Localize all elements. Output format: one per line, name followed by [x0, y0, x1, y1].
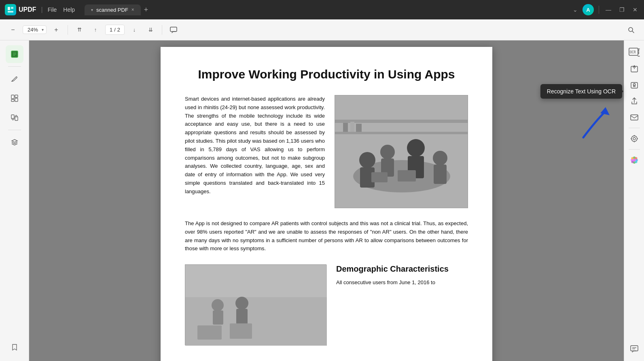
menu-file[interactable]: File: [48, 6, 57, 13]
svg-point-51: [633, 137, 636, 140]
titlebar-controls: ⌄ A — ❐ ✕: [573, 4, 639, 15]
svg-rect-16: [15, 117, 18, 120]
svg-rect-28: [398, 170, 416, 182]
svg-rect-27: [371, 172, 388, 182]
main-content: Improve Working Productivity in Using Ap…: [0, 40, 644, 361]
svg-rect-40: [197, 325, 222, 340]
pdf-section-title: Demographic Characteristics: [336, 264, 468, 274]
avatar[interactable]: A: [583, 4, 594, 15]
sidebar-item-bookmark[interactable]: [6, 338, 23, 356]
svg-point-36: [212, 299, 224, 311]
svg-point-50: [631, 136, 637, 141]
svg-rect-32: [350, 122, 354, 132]
ocr-button[interactable]: OCR: [627, 45, 642, 60]
svg-rect-0: [8, 7, 10, 10]
svg-point-56: [633, 159, 636, 161]
right-separator-1: [629, 128, 640, 128]
menu-help[interactable]: Help: [63, 6, 75, 13]
right-separator-2: [629, 149, 640, 150]
svg-rect-30: [335, 132, 468, 134]
viewer-area[interactable]: Improve Working Productivity in Using Ap…: [29, 40, 624, 361]
zoom-control[interactable]: 24% ▾: [23, 25, 47, 34]
svg-point-62: [635, 157, 637, 160]
meeting-image-graphic: [335, 95, 468, 208]
sidebar-separator-1: [8, 66, 21, 67]
tab-scanned-pdf[interactable]: ▾ scanned PDF ×: [85, 4, 141, 15]
toolbar-separator-1: [68, 25, 68, 35]
svg-point-19: [359, 152, 375, 168]
svg-rect-11: [11, 95, 14, 99]
zoom-dropdown-icon[interactable]: ▾: [42, 27, 44, 32]
svg-line-5: [632, 31, 634, 33]
export-button[interactable]: [627, 61, 642, 76]
svg-rect-29: [335, 120, 468, 123]
svg-rect-2: [8, 11, 13, 13]
pdf-bottom-text: All consecutive users from June 1, 2016 …: [336, 279, 468, 287]
sidebar-item-layers[interactable]: [6, 133, 23, 151]
sidebar-item-annotate[interactable]: [6, 70, 23, 88]
logo-icon: [5, 4, 16, 15]
tab-area: ▾ scanned PDF × +: [85, 4, 570, 15]
share-button[interactable]: [627, 94, 642, 108]
zoom-value: 24%: [25, 27, 40, 33]
protect-button[interactable]: [627, 78, 642, 92]
titlebar: UPDF | File Help ▾ scanned PDF × + ⌄ A —…: [0, 0, 644, 19]
nav-next-button[interactable]: ↓: [128, 23, 141, 36]
titlebar-divider: [599, 6, 599, 14]
sidebar-separator-2: [8, 130, 21, 130]
pdf-bottom-image: [185, 264, 326, 345]
stamp-button[interactable]: [627, 131, 642, 146]
zoom-in-button[interactable]: +: [50, 23, 63, 36]
pdf-meeting-image: [335, 95, 468, 208]
page-separator: /: [114, 27, 116, 33]
close-button[interactable]: ✕: [631, 6, 639, 13]
tab-close-icon[interactable]: ×: [131, 7, 134, 13]
svg-rect-14: [15, 98, 18, 101]
toolbar-right: [625, 23, 638, 36]
sidebar-item-convert[interactable]: [6, 109, 23, 127]
search-button[interactable]: [625, 23, 638, 36]
toolbar-separator-2: [162, 25, 162, 35]
pdf-page: Improve Working Productivity in Using Ap…: [161, 47, 492, 361]
page-total: 2: [117, 27, 120, 33]
page-control: 1 / 2: [105, 25, 125, 35]
nav-first-button[interactable]: ⇈: [73, 23, 86, 36]
zoom-out-button[interactable]: −: [6, 23, 19, 36]
tab-add-button[interactable]: +: [144, 6, 148, 14]
comment-button[interactable]: [167, 23, 180, 36]
ocr-tooltip: Recognize Text Using OCR: [540, 84, 622, 99]
svg-rect-1: [11, 7, 13, 9]
nav-prev-button[interactable]: ↑: [89, 23, 102, 36]
email-button[interactable]: [627, 110, 642, 125]
svg-point-61: [631, 157, 633, 160]
svg-rect-49: [631, 115, 638, 120]
page-current[interactable]: 1: [110, 27, 112, 33]
svg-point-23: [407, 139, 425, 157]
svg-rect-3: [170, 27, 177, 32]
pdf-title: Improve Working Productivity in Using Ap…: [185, 66, 468, 82]
flower-button[interactable]: [627, 153, 642, 167]
minimize-button[interactable]: —: [604, 6, 613, 13]
right-sidebar: Recognize Text Using OCR OCR: [624, 40, 644, 361]
svg-point-21: [380, 145, 395, 159]
left-sidebar: [0, 40, 29, 361]
svg-rect-31: [343, 123, 348, 132]
tab-label: scanned PDF: [96, 7, 128, 13]
ocr-tooltip-text: Recognize Text Using OCR: [547, 88, 616, 95]
dropdown-chevron-icon[interactable]: ⌄: [573, 6, 578, 13]
svg-rect-26: [434, 165, 447, 184]
svg-rect-65: [631, 346, 638, 351]
svg-rect-12: [15, 95, 18, 97]
menu-bar: File Help: [48, 6, 75, 13]
app-name: UPDF: [19, 6, 36, 13]
svg-rect-37: [213, 310, 223, 325]
nav-last-button[interactable]: ⇊: [144, 23, 157, 36]
pdf-image-column: [335, 95, 468, 208]
sidebar-item-edit[interactable]: [6, 45, 23, 63]
sidebar-item-organize[interactable]: [6, 89, 23, 107]
chat-button[interactable]: [627, 342, 642, 356]
pdf-bottom-section: Demographic Characteristics All consecut…: [185, 264, 468, 345]
pdf-bottom-text-area: Demographic Characteristics All consecut…: [336, 264, 468, 345]
tab-arrow-icon: ▾: [91, 8, 93, 12]
maximize-button[interactable]: ❐: [618, 6, 626, 13]
